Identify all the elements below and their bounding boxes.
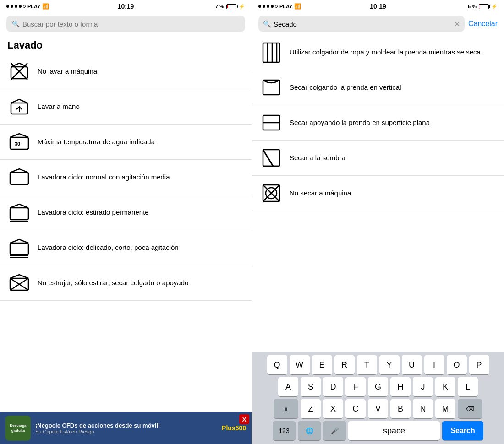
ad-logo-line2: gratuita	[11, 428, 25, 433]
dry-symbol-4	[259, 146, 283, 170]
key-m[interactable]: M	[435, 399, 455, 418]
key-v[interactable]: V	[368, 399, 388, 418]
right-search-bar-wrap: 🔍 ✕ Cancelar	[258, 16, 498, 32]
left-status-bar: PLAY 📶 10:19 7 % ⚡	[0, 0, 252, 13]
right-wifi-icon: 📶	[294, 3, 301, 10]
key-mic[interactable]: 🎤	[323, 421, 346, 440]
key-j[interactable]: J	[413, 377, 433, 396]
wash-symbol-3: 30	[7, 130, 31, 154]
list-item[interactable]: No secar a máquina	[252, 176, 504, 211]
left-item-list: No lavar a máquina Lavar a mano	[0, 54, 252, 412]
left-carrier: PLAY	[27, 4, 40, 9]
keyboard-row-1: Q W E R T Y U I O P	[254, 355, 502, 374]
keyboard-row-2: A S D F G H J K L	[254, 377, 502, 396]
key-backspace[interactable]: ⌫	[458, 399, 482, 418]
ad-title: ¡Negocie CFDs de acciones desde su móvil…	[35, 422, 217, 429]
ad-logo-line1: Descarga	[10, 423, 26, 428]
rdot1	[258, 5, 261, 8]
ad-logo: Descarga gratuita	[5, 416, 31, 441]
left-battery-fill	[227, 5, 228, 8]
key-h[interactable]: H	[390, 377, 411, 396]
left-search-bar[interactable]: 🔍	[6, 16, 245, 32]
list-item[interactable]: Lavadora ciclo: delicado, corto, poca ag…	[0, 230, 252, 265]
key-globe[interactable]: 🌐	[298, 421, 321, 440]
key-shift[interactable]: ⇧	[274, 399, 298, 418]
right-time: 10:19	[370, 3, 386, 10]
key-y[interactable]: Y	[379, 355, 400, 374]
left-search-input[interactable]	[22, 20, 240, 28]
right-search-icon: 🔍	[263, 20, 271, 27]
key-d[interactable]: D	[323, 377, 343, 396]
key-e[interactable]: E	[312, 355, 332, 374]
dot1	[6, 5, 9, 8]
right-carrier: PLAY	[279, 4, 292, 9]
item-text-1: No lavar a máquina	[38, 67, 97, 76]
clear-search-button[interactable]: ✕	[454, 20, 460, 28]
left-battery-pct: 7 %	[215, 4, 224, 9]
list-item[interactable]: No lavar a máquina	[0, 54, 252, 89]
key-c[interactable]: C	[345, 399, 366, 418]
right-search-input-wrap[interactable]: 🔍 ✕	[258, 16, 465, 32]
right-charging-icon: ⚡	[491, 4, 498, 10]
key-u[interactable]: U	[402, 355, 422, 374]
key-f[interactable]: F	[345, 377, 366, 396]
signal-dots	[6, 5, 26, 8]
item-text-4: Lavadora ciclo: normal con agitación med…	[38, 173, 170, 182]
left-status-right: 7 % ⚡	[215, 4, 245, 10]
item-text-2: Lavar a mano	[38, 102, 80, 111]
item-text-6: Lavadora ciclo: delicado, corto, poca ag…	[38, 243, 179, 252]
right-search-input[interactable]	[274, 20, 451, 28]
list-item[interactable]: Lavadora ciclo: estirado permanente	[0, 195, 252, 230]
key-r[interactable]: R	[334, 355, 355, 374]
keyboard-row-3: ⇧ Z X C V B N M ⌫	[254, 399, 502, 418]
svg-rect-8	[10, 208, 28, 220]
key-t[interactable]: T	[357, 355, 377, 374]
list-item[interactable]: Secar colgando la prenda en vertical	[252, 70, 504, 105]
key-x[interactable]: X	[323, 399, 343, 418]
key-b[interactable]: B	[390, 399, 411, 418]
dry-symbol-1	[259, 40, 283, 64]
key-a[interactable]: A	[278, 377, 298, 396]
key-space[interactable]: space	[348, 421, 440, 440]
list-item[interactable]: No estrujar, sólo estirar, secar colgado…	[0, 265, 252, 301]
left-charging-icon: ⚡	[239, 4, 245, 10]
list-item[interactable]: 30 Máxima temperatura de agua indicada	[0, 125, 252, 160]
key-q[interactable]: Q	[267, 355, 287, 374]
key-l[interactable]: L	[458, 377, 478, 396]
ad-close-button[interactable]: X	[239, 414, 249, 424]
dot5	[23, 5, 26, 8]
left-category-title: Lavado	[0, 35, 252, 54]
right-item-list: Utilizar colgador de ropa y moldear la p…	[252, 35, 504, 352]
list-item[interactable]: Secar a la sombra	[252, 141, 504, 176]
key-z[interactable]: Z	[301, 399, 321, 418]
key-w[interactable]: W	[290, 355, 310, 374]
key-k[interactable]: K	[435, 377, 455, 396]
left-search-icon: 🔍	[12, 20, 20, 27]
wash-symbol-2	[7, 95, 31, 119]
key-search[interactable]: Search	[442, 421, 483, 440]
dry-symbol-5	[259, 181, 283, 205]
key-s[interactable]: S	[301, 377, 321, 396]
list-item[interactable]: Lavar a mano	[0, 89, 252, 125]
list-item[interactable]: Lavadora ciclo: normal con agitación med…	[0, 160, 252, 195]
key-p[interactable]: P	[469, 355, 489, 374]
cancel-button[interactable]: Cancelar	[468, 20, 498, 28]
list-item[interactable]: Utilizar colgador de ropa y moldear la p…	[252, 35, 504, 70]
right-battery-fill	[480, 5, 480, 8]
key-i[interactable]: I	[424, 355, 444, 374]
wash-symbol-4	[7, 165, 31, 189]
key-n[interactable]: N	[413, 399, 433, 418]
ad-brand: Plus500	[222, 424, 246, 432]
key-o[interactable]: O	[447, 355, 467, 374]
ad-text-block: ¡Negocie CFDs de acciones desde su móvil…	[35, 422, 217, 434]
svg-text:30: 30	[15, 141, 20, 146]
dry-symbol-3	[259, 111, 283, 135]
right-battery-pct: 6 %	[468, 4, 477, 9]
list-item[interactable]: Secar apoyando la prenda en superficie p…	[252, 105, 504, 141]
key-123[interactable]: 123	[273, 421, 296, 440]
ad-banner[interactable]: Descarga gratuita ¡Negocie CFDs de accio…	[0, 412, 252, 444]
right-signal-dots	[258, 5, 278, 8]
right-status-left: PLAY 📶	[258, 3, 301, 10]
key-g[interactable]: G	[368, 377, 388, 396]
dot3	[15, 5, 17, 8]
